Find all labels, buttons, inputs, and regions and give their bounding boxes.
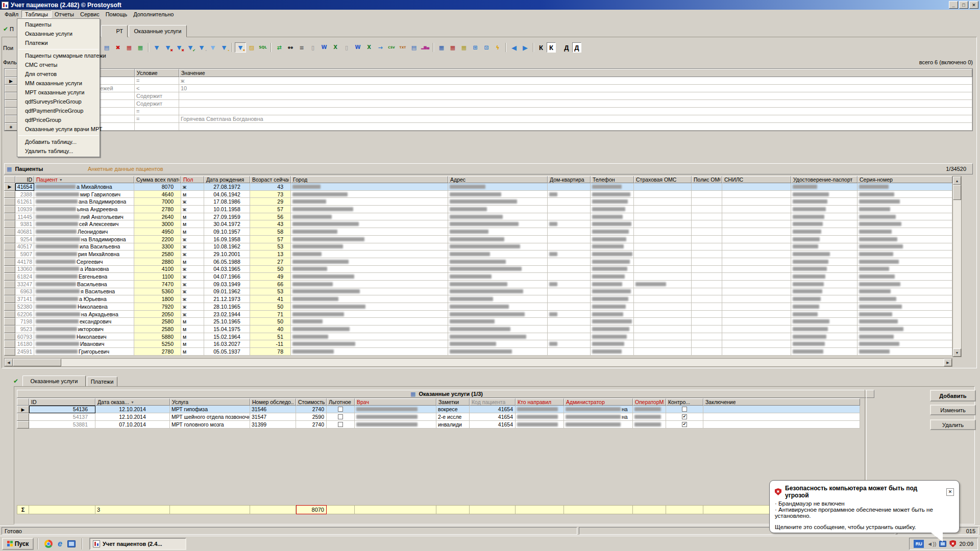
tab-payments[interactable]: Платежи	[87, 377, 117, 387]
col-header-код-пациента[interactable]: Код пациента	[470, 398, 516, 406]
start-button[interactable]: Пуск	[2, 538, 34, 550]
filter-edit-icon[interactable]: ▼▫	[196, 42, 207, 53]
patient-row-10939[interactable]: 10939ьяна Андреевна2780ж10.01.195857	[4, 206, 952, 213]
menubar-item-сервис[interactable]: Сервис	[77, 10, 103, 18]
row-selector[interactable]	[4, 348, 15, 356]
col-header-дата-рождения[interactable]: Дата рождения	[204, 176, 250, 183]
filter-value-cell[interactable]	[179, 108, 972, 115]
patient-row-7198[interactable]: 7198ександрович2580м25.10.196550	[4, 318, 952, 325]
checkbox-checked[interactable]: ✔	[682, 422, 687, 427]
row-selector[interactable]	[5, 115, 17, 123]
maximize-button[interactable]: □	[959, 1, 968, 9]
patient-row-40681[interactable]: 40681Леонидович4950м09.10.195758	[4, 228, 952, 236]
refresh-icon[interactable]: ⇄	[274, 42, 285, 53]
grid-add-icon[interactable]: ⊞	[470, 42, 481, 53]
letter-button-д-2[interactable]: Д	[562, 42, 571, 53]
row-selector[interactable]	[4, 311, 15, 318]
patient-row-44178[interactable]: 44178Сергеевич2880м06.05.198827	[4, 258, 952, 266]
filter-icon[interactable]: ▼	[151, 42, 162, 53]
col-header-заключение[interactable]: Заключение	[703, 398, 860, 406]
patients-vscrollbar[interactable]: ▲ ▼	[952, 176, 962, 357]
scroll-down-icon[interactable]: ▼	[953, 348, 961, 357]
col-header-selector[interactable]	[17, 398, 29, 406]
row-selector[interactable]: ▶	[4, 183, 15, 191]
row-selector[interactable]	[5, 85, 17, 92]
menubar-item-таблицы[interactable]: Таблицы	[21, 10, 52, 18]
letter-button-к-1[interactable]: К	[547, 42, 556, 53]
menubar-item-файл[interactable]: Файл	[2, 10, 21, 18]
menu-item-оказанные-услуги-врачи-мрт[interactable]: Оказанные услуги врачи МРТ	[17, 124, 100, 134]
row-selector[interactable]	[4, 206, 15, 213]
menubar-item-дополнительно[interactable]: Дополнительно	[130, 10, 177, 18]
filter-row[interactable]: Содержит	[5, 92, 972, 100]
row-selector[interactable]	[4, 228, 15, 236]
explorer-icon[interactable]	[67, 540, 76, 547]
tab-mrt-fragment[interactable]: РТ	[101, 25, 128, 37]
col-header-страховая-омс[interactable]: Страховая ОМС	[634, 176, 692, 183]
patient-row-9381[interactable]: 9381сей Алексеевич3000м30.04.197243	[4, 220, 952, 228]
filter-enabled-toggle[interactable]: ▼●	[235, 42, 246, 53]
filter-value-cell[interactable]: Горячева Светлана Богдановна	[179, 115, 972, 123]
checkbox-unchecked[interactable]	[338, 407, 343, 412]
patient-row-60793[interactable]: 60793Николаевич5880м15.02.196451	[4, 333, 952, 341]
col-header-пол[interactable]: Пол	[181, 176, 204, 183]
org-gold-icon[interactable]: ▦	[458, 42, 470, 53]
col-header-стоимость[interactable]: Стоимость	[296, 398, 327, 406]
col-header-город[interactable]: Город	[291, 176, 448, 183]
filter-clear-icon[interactable]: ▼✖	[174, 42, 185, 53]
tree-groups-icon[interactable]: ▨	[246, 42, 257, 53]
letter-button-к-0[interactable]: К	[536, 42, 546, 53]
lightning-icon[interactable]: ϟ	[492, 42, 503, 53]
row-selector[interactable]	[5, 108, 17, 115]
filter-condition-cell[interactable]: =	[135, 108, 179, 115]
record-next-icon[interactable]: ▶	[520, 42, 531, 53]
hscroll-thumb[interactable]	[13, 359, 61, 366]
scroll-right-icon[interactable]: ▶	[944, 359, 952, 366]
scroll-left-icon[interactable]: ◀	[5, 359, 13, 366]
row-selector[interactable]	[17, 413, 29, 421]
filter-condition-cell[interactable]: <	[135, 85, 179, 92]
word-export-icon[interactable]: W	[318, 42, 330, 53]
col-header-снилс[interactable]: СНИЛС	[722, 176, 791, 183]
col-header-сумма-всех-платежей[interactable]: Сумма всех платежей	[134, 176, 181, 183]
col-header-льготное-в[interactable]: Льготное в...	[327, 398, 355, 406]
patient-row-33247[interactable]: 33247Васильевна7470ж09.03.194966	[4, 281, 952, 288]
col-header-id[interactable]: ID	[29, 398, 95, 406]
vscroll-thumb[interactable]	[953, 185, 961, 200]
menu-item-добавить-таблицу[interactable]: Добавить таблицу...	[17, 137, 100, 146]
security-balloon[interactable]: ✖ Безопасность компьютера может быть под…	[769, 480, 960, 533]
menu-item-мрт-оказанные-услуги[interactable]: МРТ оказанные услуги	[17, 88, 100, 97]
new-row-marker[interactable]: ∗	[5, 123, 17, 131]
filter-condition-cell[interactable]: =	[135, 77, 179, 85]
col-header-кто-направил[interactable]: Кто направил	[516, 398, 564, 406]
patient-row-16180[interactable]: 16180Иванович5250м16.03.2027-11	[4, 340, 952, 348]
patient-row-37141[interactable]: 37141а Юрьевна1800ж21.12.197341	[4, 295, 952, 303]
menu-item-платежи[interactable]: Платежи	[17, 38, 100, 47]
sql-icon[interactable]: SQL	[257, 42, 268, 53]
filter-row[interactable]: ▶=ж	[5, 77, 972, 85]
patient-row-9254[interactable]: 9254на Владимировна2200ж16.09.195857	[4, 236, 952, 243]
col-header-заметки[interactable]: Заметки	[436, 398, 470, 406]
org-delete-icon[interactable]: ▦	[447, 42, 458, 53]
patient-row-6963[interactable]: 6963я Васильевна5360ж09.01.196253	[4, 288, 952, 296]
menu-item-qdfsurveyspricegroup[interactable]: qdfSurveysPriceGroup	[17, 97, 100, 106]
filter-condition-cell[interactable]: Содержит	[135, 100, 179, 108]
patient-row-40517[interactable]: 40517ила Васильевна3300ж10.08.196253	[4, 243, 952, 251]
txt-export-icon[interactable]: TXT	[397, 42, 408, 53]
copy-table-icon[interactable]: ▤	[408, 42, 420, 53]
checkbox-unchecked[interactable]	[338, 414, 343, 419]
patient-row-11445[interactable]: 11445лий Анатольевич2640м27.09.195956	[4, 213, 952, 221]
menu-item-пациенты[interactable]: Пациенты	[17, 20, 100, 29]
filter-delete-icon[interactable]: ▼✖	[162, 42, 174, 53]
preview-icon[interactable]: ▯	[307, 42, 318, 53]
service-row-54137[interactable]: 5413712.10.2014МРТ шейного отдела позвон…	[17, 413, 860, 421]
row-selector[interactable]	[4, 191, 15, 198]
col-header-администратор[interactable]: Администратор	[564, 398, 633, 406]
col-header-id[interactable]: ID	[15, 176, 34, 183]
patient-row-41654[interactable]: ▶41654а Михайловна8070ж27.08.197243	[4, 183, 952, 191]
patient-row-52380[interactable]: 52380Николаевна7920ж28.10.196550	[4, 303, 952, 311]
row-selector[interactable]	[4, 340, 15, 348]
row-selector[interactable]	[4, 243, 15, 251]
row-selector[interactable]: ▶	[5, 77, 17, 85]
excel-template-icon[interactable]: X	[363, 42, 375, 53]
